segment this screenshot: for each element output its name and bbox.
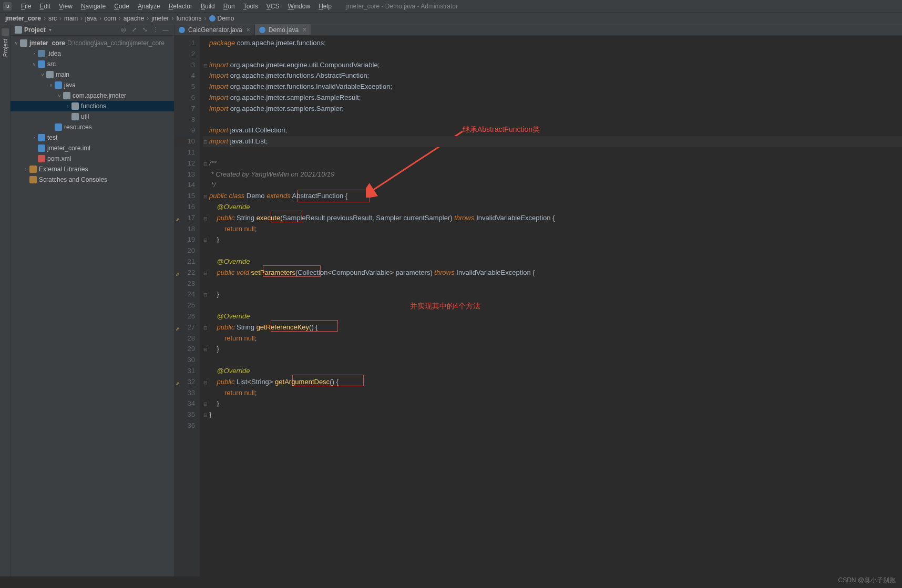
tree-item-scratches-and-consoles[interactable]: Scratches and Consoles <box>11 174 174 185</box>
fold-icon[interactable] <box>203 38 208 49</box>
fold-icon[interactable]: ⊟ <box>203 213 208 224</box>
settings-icon[interactable]: ⋮ <box>151 26 159 34</box>
code-editor[interactable]: 1234567891011121314151617⬀1819202122⬀232… <box>175 36 902 576</box>
fold-icon[interactable] <box>203 148 208 159</box>
code-line[interactable] <box>203 355 902 366</box>
fold-icon[interactable]: ⊟ <box>203 60 208 71</box>
menu-vcs[interactable]: VCS <box>262 2 284 11</box>
fold-icon[interactable] <box>203 312 208 323</box>
menu-build[interactable]: Build <box>197 2 219 11</box>
hide-icon[interactable]: — <box>161 26 170 34</box>
code-line[interactable]: @Override <box>203 202 902 213</box>
tree-root[interactable]: v jmeter_core D:\coding\java_coding\jmet… <box>11 38 174 48</box>
code-line[interactable]: ⊟public class Demo extends AbstractFunct… <box>203 191 902 202</box>
code-line[interactable]: import org.apache.jmeter.functions.Abstr… <box>203 70 902 81</box>
override-gutter-icon[interactable]: ⬀ <box>175 324 180 330</box>
expand-icon[interactable]: ⤢ <box>130 26 138 34</box>
close-icon[interactable]: × <box>247 26 250 34</box>
breadcrumb-item[interactable]: jmeter_core <box>5 15 41 22</box>
fold-icon[interactable] <box>203 301 208 312</box>
menu-code[interactable]: Code <box>110 2 134 11</box>
menu-analyze[interactable]: Analyze <box>134 2 165 11</box>
fold-icon[interactable] <box>203 93 208 104</box>
code-line[interactable]: import java.util.Collection; <box>203 125 902 136</box>
code-line[interactable]: package com.apache.jmeter.functions; <box>203 38 902 49</box>
fold-icon[interactable]: ⊟ <box>203 191 208 202</box>
fold-icon[interactable] <box>203 334 208 345</box>
code-line[interactable]: ⊟ public String getReferenceKey() { <box>203 322 902 333</box>
close-icon[interactable]: × <box>303 26 306 34</box>
tree-item--idea[interactable]: ›.idea <box>11 48 174 59</box>
code-line[interactable]: * Created by YangWeiMin on 2021/10/19 <box>203 169 902 180</box>
tab-demo-java[interactable]: Demo.java× <box>255 24 311 35</box>
breadcrumb-item[interactable]: java <box>85 15 97 22</box>
tree-item-test[interactable]: ›test <box>11 132 174 143</box>
code-line[interactable]: import org.apache.jmeter.functions.Inval… <box>203 81 902 92</box>
code-line[interactable]: ⊟ } <box>203 234 902 245</box>
fold-icon[interactable] <box>203 421 208 432</box>
tree-item-src[interactable]: vsrc <box>11 59 174 69</box>
tree-item-java[interactable]: vjava <box>11 80 174 90</box>
code-line[interactable]: ⊟import org.apache.jmeter.engine.util.Co… <box>203 60 902 71</box>
code-line[interactable] <box>203 49 902 60</box>
menu-view[interactable]: View <box>55 2 77 11</box>
code-line[interactable] <box>203 115 902 126</box>
fold-icon[interactable] <box>203 246 208 257</box>
code-line[interactable] <box>203 278 902 290</box>
code-line[interactable]: @Override <box>203 311 902 322</box>
code-line[interactable]: return null; <box>203 333 902 344</box>
code-line[interactable] <box>203 147 902 158</box>
tree-item-external-libraries[interactable]: ›External Libraries <box>11 164 174 174</box>
fold-icon[interactable] <box>203 104 208 115</box>
tree-item-resources[interactable]: resources <box>11 122 174 132</box>
breadcrumb-item[interactable]: src <box>48 15 57 22</box>
tab-calcgenerator-java[interactable]: CalcGenerator.java× <box>175 24 255 35</box>
code-line[interactable]: ⊟ public String execute(SampleResult pre… <box>203 213 902 224</box>
project-tool-icon[interactable] <box>2 28 9 36</box>
override-gutter-icon[interactable]: ⬀ <box>175 378 180 385</box>
tree-item-util[interactable]: util <box>11 111 174 122</box>
menu-tools[interactable]: Tools <box>239 2 262 11</box>
override-gutter-icon[interactable]: ⬀ <box>175 214 180 221</box>
breadcrumb-item[interactable]: Demo <box>218 15 234 22</box>
code-line[interactable] <box>203 420 902 431</box>
fold-icon[interactable] <box>203 49 208 60</box>
fold-icon[interactable] <box>203 71 208 82</box>
code-line[interactable]: ⊟} <box>203 409 902 420</box>
fold-icon[interactable] <box>203 388 208 399</box>
breadcrumb-item[interactable]: jmeter <box>151 15 169 22</box>
override-gutter-icon[interactable]: ⬀ <box>175 269 180 275</box>
fold-icon[interactable]: ⊟ <box>203 410 208 421</box>
fold-icon[interactable] <box>203 355 208 366</box>
code-line[interactable]: import org.apache.jmeter.samplers.Sample… <box>203 92 902 104</box>
fold-icon[interactable]: ⊟ <box>203 268 208 279</box>
chevron-down-icon[interactable]: ▾ <box>49 27 52 33</box>
fold-icon[interactable]: ⊟ <box>203 137 208 148</box>
fold-icon[interactable] <box>203 180 208 191</box>
menu-help[interactable]: Help <box>314 2 336 11</box>
code-line[interactable]: ⊟ public List<String> getArgumentDesc() … <box>203 377 902 388</box>
breadcrumb-item[interactable]: apache <box>124 15 144 22</box>
fold-icon[interactable] <box>203 126 208 137</box>
code-line[interactable]: @Override <box>203 366 902 377</box>
fold-icon[interactable]: ⊟ <box>203 290 208 301</box>
project-tool-label[interactable]: Project <box>2 36 8 60</box>
code-line[interactable]: ⊟/** <box>203 158 902 169</box>
menu-run[interactable]: Run <box>219 2 239 11</box>
menu-file[interactable]: File <box>17 2 35 11</box>
code-line[interactable] <box>203 300 902 311</box>
fold-icon[interactable]: ⊟ <box>203 159 208 170</box>
fold-icon[interactable]: ⊟ <box>203 344 208 355</box>
fold-icon[interactable] <box>203 115 208 126</box>
code-line[interactable]: ⊟ public void setParameters(Collection<C… <box>203 267 902 278</box>
fold-icon[interactable]: ⊟ <box>203 377 208 388</box>
code-line[interactable]: ⊟ } <box>203 289 902 300</box>
code-line[interactable]: */ <box>203 180 902 191</box>
breadcrumb-item[interactable]: main <box>64 15 78 22</box>
code-line[interactable] <box>203 245 902 256</box>
tree-item-pom-xml[interactable]: pom.xml <box>11 153 174 164</box>
fold-icon[interactable] <box>203 82 208 93</box>
code-line[interactable]: import org.apache.jmeter.samplers.Sample… <box>203 104 902 115</box>
code-line[interactable]: ⊟import java.util.List; <box>203 136 902 147</box>
breadcrumb-item[interactable]: functions <box>176 15 201 22</box>
